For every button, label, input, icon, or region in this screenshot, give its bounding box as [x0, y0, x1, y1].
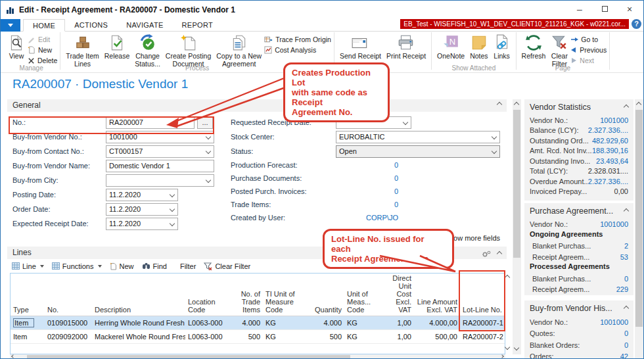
- trace-from-origin-button[interactable]: Trace From Origin: [264, 35, 331, 44]
- scroll-down-icon[interactable]: [514, 345, 519, 350]
- dropdown-icon[interactable]: [489, 146, 499, 157]
- sidebar-scrollbar[interactable]: [635, 99, 643, 359]
- scrollbar-thumb[interactable]: [513, 110, 520, 258]
- application-menu-button[interactable]: [1, 19, 20, 32]
- delete-button[interactable]: Delete: [28, 56, 57, 65]
- print-receipt-button[interactable]: Print Receipt: [384, 32, 428, 60]
- col-direct-unit-cost[interactable]: Direct Unit Cost Excl. VAT: [379, 274, 414, 316]
- buy-from-city-input[interactable]: [106, 175, 214, 186]
- cost-analysis-button[interactable]: Cost Analysis: [264, 45, 331, 55]
- created-by-user-link[interactable]: CORP\JO: [336, 214, 398, 222]
- copy-to-new-agreement-button[interactable]: Copy to a New Agreement: [214, 32, 264, 68]
- buy-from-vendor-name-input[interactable]: [106, 160, 214, 172]
- gear-icon[interactable]: [482, 250, 491, 258]
- scroll-right-icon[interactable]: [500, 354, 504, 358]
- edit-button[interactable]: Edit: [28, 35, 57, 44]
- blanket-purchase-link[interactable]: 0: [624, 275, 628, 283]
- col-no[interactable]: No.: [45, 274, 92, 316]
- grid-scroll-up-icon[interactable]: [505, 275, 510, 280]
- send-receipt-button[interactable]: Send Receipt: [337, 32, 384, 60]
- vendor-no-link[interactable]: 1001000: [600, 116, 628, 124]
- quotes-link[interactable]: 0: [624, 329, 628, 337]
- col-location-code[interactable]: Location Code: [185, 274, 234, 316]
- col-ti-unit-of-measure[interactable]: TI Unit of Measure Code: [263, 274, 304, 316]
- dropdown-icon[interactable]: [167, 204, 177, 215]
- posted-purch-invoices-link[interactable]: 0: [336, 187, 398, 195]
- tab-navigate[interactable]: NAVIGATE: [117, 19, 172, 32]
- collapse-lines-icon[interactable]: [497, 251, 502, 256]
- col-quantity[interactable]: Quantity: [304, 274, 344, 316]
- collapse-factbox-icon[interactable]: [624, 306, 629, 311]
- dropdown-icon[interactable]: [203, 132, 213, 143]
- trade-item-lines-button[interactable]: Trade Item Lines: [63, 32, 101, 68]
- close-icon[interactable]: ×: [617, 1, 642, 17]
- go-to-button[interactable]: Go to: [570, 35, 607, 44]
- col-description[interactable]: Description: [92, 274, 185, 316]
- blanket-orders-link[interactable]: 0: [624, 341, 628, 349]
- main-vertical-scrollbar[interactable]: [513, 99, 521, 354]
- col-no-of-trade-items[interactable]: No. of Trade Items: [234, 274, 263, 316]
- outstanding-invoices-link[interactable]: 23.493,64: [596, 157, 628, 165]
- production-forecast-link[interactable]: 0: [336, 161, 398, 169]
- buy-from-vendor-no-input[interactable]: [106, 132, 214, 143]
- create-posting-document-button[interactable]: Create Posting Document: [163, 32, 214, 68]
- links-button[interactable]: Links: [491, 32, 513, 60]
- clear-filter-lines-button[interactable]: Clear Filter: [202, 262, 252, 270]
- filter-button[interactable]: Filter: [178, 262, 198, 270]
- onenote-button[interactable]: N OneNote: [434, 32, 467, 60]
- dropdown-icon[interactable]: [203, 175, 213, 186]
- scrollbar-thumb[interactable]: [27, 355, 350, 359]
- next-button[interactable]: Next: [570, 56, 607, 65]
- receipt-agreements-link[interactable]: 53: [620, 253, 628, 261]
- help-icon[interactable]: ?: [632, 19, 641, 29]
- stock-center-input[interactable]: [336, 132, 499, 143]
- horizontal-scrollbar[interactable]: [10, 354, 505, 359]
- tab-report[interactable]: REPORT: [173, 19, 222, 32]
- scroll-up-icon[interactable]: [636, 102, 641, 107]
- release-button[interactable]: Release: [102, 32, 133, 60]
- dropdown-icon[interactable]: [203, 146, 213, 157]
- blanket-purchase-link[interactable]: 2: [624, 242, 628, 250]
- vendor-no-link[interactable]: 1001000: [600, 220, 628, 228]
- orders-link[interactable]: 42: [620, 352, 628, 359]
- no-input[interactable]: [106, 117, 194, 128]
- vendor-no-link[interactable]: 1001000: [600, 318, 628, 326]
- dropdown-icon[interactable]: [489, 132, 499, 143]
- receipt-agreements-link[interactable]: 229: [616, 285, 628, 293]
- tab-home[interactable]: HOME: [23, 19, 65, 32]
- tab-actions[interactable]: ACTIONS: [65, 19, 117, 32]
- status-input[interactable]: [336, 146, 499, 157]
- clear-filter-button[interactable]: Clear Filter: [548, 32, 570, 68]
- functions-menu-button[interactable]: Functions: [50, 262, 104, 270]
- notes-button[interactable]: Notes: [467, 32, 490, 60]
- outstanding-orders-link[interactable]: 482.929,60: [592, 137, 628, 145]
- buy-from-contact-no-input[interactable]: [106, 146, 214, 157]
- assist-edit-button[interactable]: ...: [197, 116, 213, 129]
- col-unit-of-measure[interactable]: Unit of Meas... Code: [344, 274, 379, 316]
- collapse-factbox-icon[interactable]: [624, 208, 629, 214]
- new-line-button[interactable]: New: [108, 262, 136, 270]
- view-button[interactable]: View: [5, 32, 28, 60]
- change-status-button[interactable]: Change Status...: [132, 32, 163, 68]
- dropdown-icon[interactable]: [167, 189, 177, 201]
- refresh-button[interactable]: Refresh: [519, 32, 549, 60]
- amt-rcd-not-inv-link[interactable]: 188.390,16: [592, 147, 628, 155]
- collapse-factbox-icon[interactable]: [624, 105, 629, 110]
- find-button[interactable]: Find: [140, 262, 169, 270]
- dropdown-icon[interactable]: [400, 117, 410, 128]
- maximize-icon[interactable]: [592, 1, 617, 17]
- table-row[interactable]: Item 0209092000 Mackerel Whole Round Fre…: [11, 330, 505, 344]
- minimize-icon[interactable]: –: [567, 1, 592, 17]
- scrollbar-thumb[interactable]: [635, 110, 643, 327]
- line-menu-button[interactable]: Line: [10, 262, 46, 270]
- collapse-general-icon[interactable]: [497, 102, 502, 107]
- previous-button[interactable]: Previous: [570, 45, 607, 55]
- col-type[interactable]: Type: [11, 274, 45, 316]
- grid-scroll-down-icon[interactable]: [505, 345, 510, 350]
- col-lot-line-no[interactable]: Lot-Line No.: [460, 274, 505, 316]
- purchase-documents-link[interactable]: 0: [336, 174, 398, 182]
- table-row[interactable]: Item 0109015000 Herring Whole Round Fres…: [11, 316, 505, 330]
- trade-items-link[interactable]: 0: [336, 201, 398, 208]
- overdue-amounts-link[interactable]: 2.327.336....: [588, 178, 628, 185]
- general-section-header[interactable]: General: [7, 99, 507, 112]
